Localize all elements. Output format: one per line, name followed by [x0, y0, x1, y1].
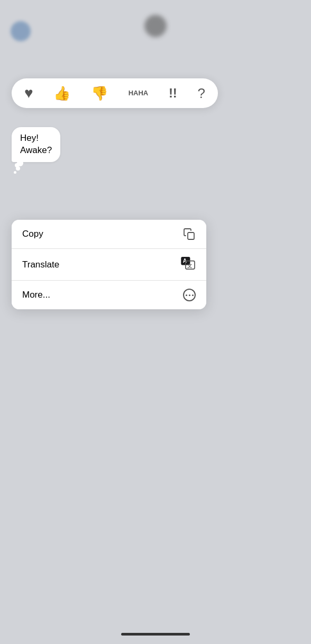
- more-dot-1: [186, 294, 187, 296]
- reaction-haha[interactable]: HA HA: [125, 88, 152, 98]
- avatar-center: [144, 15, 167, 37]
- reaction-heart[interactable]: ♥: [21, 84, 36, 103]
- top-area: [0, 0, 311, 74]
- reaction-thumbs-down[interactable]: 👎: [88, 84, 111, 103]
- reaction-question[interactable]: ?: [195, 84, 208, 103]
- svg-rect-0: [188, 232, 194, 239]
- bubble-tail-small: [14, 171, 16, 174]
- home-indicator: [121, 633, 190, 636]
- menu-item-copy[interactable]: Copy: [12, 220, 206, 249]
- more-label: More...: [22, 290, 50, 300]
- translate-label: Translate: [22, 260, 59, 270]
- more-dot-3: [192, 294, 194, 296]
- reaction-bar: ♥ 👍 👎 HA HA !! ?: [12, 78, 218, 108]
- message-text: Hey! Awake?: [20, 132, 52, 157]
- reaction-thumbs-up[interactable]: 👍: [50, 84, 74, 103]
- avatar-left: [11, 21, 31, 41]
- menu-item-more[interactable]: More...: [12, 281, 206, 309]
- svg-text:文: 文: [187, 263, 192, 269]
- more-icon: [183, 289, 196, 301]
- copy-icon: [183, 228, 196, 240]
- translate-icon: A 文: [181, 257, 196, 272]
- menu-item-translate[interactable]: Translate A 文: [12, 249, 206, 281]
- reaction-emphasize[interactable]: !!: [166, 85, 180, 102]
- context-menu: Copy Translate A 文 More...: [12, 220, 206, 309]
- copy-label: Copy: [22, 229, 43, 239]
- message-bubble: Hey! Awake?: [12, 127, 60, 162]
- bubble-tail: [16, 166, 20, 171]
- more-dot-2: [189, 294, 190, 296]
